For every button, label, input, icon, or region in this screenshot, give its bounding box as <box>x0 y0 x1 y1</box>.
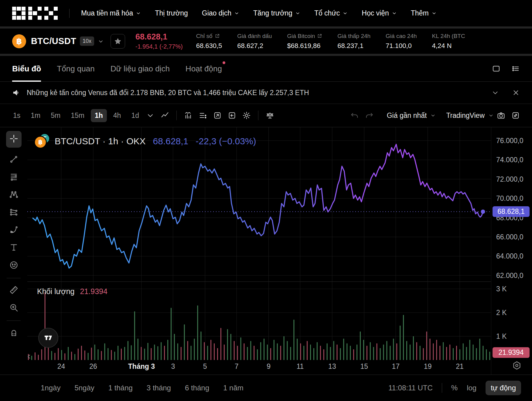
pair-name[interactable]: BTC/USDT <box>31 36 76 46</box>
external-link-icon[interactable] <box>215 33 220 39</box>
trend-line-tool[interactable] <box>9 155 19 165</box>
time-axis-label: 9 <box>267 362 271 371</box>
range-button-5ngày[interactable]: 5ngày <box>74 384 94 392</box>
timeframe-button-1m[interactable]: 1m <box>27 109 44 122</box>
brush-tool[interactable] <box>9 225 19 236</box>
ruler-tool[interactable] <box>9 285 19 296</box>
ticker-stat-value: 68.627,2 <box>237 42 272 50</box>
replay-icon[interactable] <box>225 111 239 120</box>
camera-icon[interactable] <box>494 111 508 120</box>
time-axis-label: 24 <box>57 362 65 371</box>
crosshair-icon <box>9 134 19 143</box>
crosshair-tool[interactable] <box>6 131 22 148</box>
nav-item-giao-dịch[interactable]: Giao dịch <box>202 9 239 17</box>
announcement-bar: Những kẻ tấn công Venus đã đổi 2.178 BNB… <box>0 82 532 104</box>
okx-logo[interactable] <box>12 7 58 20</box>
price-chart[interactable] <box>27 127 491 375</box>
chart-footer: 1ngày5ngày1 tháng3 tháng6 tháng1 năm 11:… <box>0 375 532 401</box>
templates-icon[interactable] <box>196 111 210 120</box>
chart-style-icon[interactable] <box>158 111 172 120</box>
timeframe-button-1s[interactable]: 1s <box>9 109 24 122</box>
log-scale-button[interactable]: log <box>467 384 476 392</box>
close-icon[interactable] <box>512 89 520 97</box>
ticker-stat-value: 68.237,1 <box>337 42 370 50</box>
fib-icon <box>9 172 19 182</box>
price-axis-label: 66.000,0 <box>496 233 523 241</box>
chart-scroll-left-icon[interactable]: ‹ <box>27 351 31 361</box>
auto-scale-button[interactable]: tự động <box>486 381 521 395</box>
ticker-stats: Chỉ số68.630,5Giá đánh dấu68.627,2Giá Bi… <box>196 33 532 50</box>
nav-item-label: Thêm <box>411 9 429 17</box>
timeframe-button-5m[interactable]: 5m <box>47 109 64 122</box>
settings-gear-icon[interactable] <box>239 111 254 120</box>
ticker-stat-label-text: Giá thấp 24h <box>337 33 370 39</box>
chevron-down-icon[interactable] <box>143 111 158 120</box>
text-tool[interactable] <box>9 243 19 253</box>
scales-icon[interactable] <box>263 111 277 120</box>
zoom-in-tool[interactable] <box>9 303 19 314</box>
tab-tổng-quan[interactable]: Tổng quan <box>57 56 94 81</box>
last-price: 68.628,1 <box>135 32 183 42</box>
time-axis-label: 21 <box>456 362 464 371</box>
forecast-tool[interactable] <box>9 207 19 218</box>
timeframe-button-1h[interactable]: 1h <box>91 109 107 122</box>
magnet-tool[interactable] <box>9 328 19 338</box>
ticker-stat-value: 4,24 N <box>432 42 465 50</box>
redo-icon[interactable] <box>362 111 377 120</box>
provider-dropdown[interactable]: TradingView <box>446 111 494 120</box>
time-axis-label: Tháng 3 <box>128 362 155 371</box>
fullscreen-icon[interactable] <box>508 111 523 120</box>
xabcd-pattern-tool[interactable] <box>9 190 19 200</box>
nav-item-mua-tiền-mã-hóa[interactable]: Mua tiền mã hóa <box>81 9 141 17</box>
axis-settings-icon[interactable] <box>512 361 522 370</box>
nav-menu: Mua tiền mã hóaThị trườngGiao dịchTăng t… <box>81 9 437 17</box>
undo-icon[interactable] <box>347 111 362 120</box>
favorite-button[interactable] <box>111 34 125 49</box>
alert-icon[interactable] <box>210 111 225 120</box>
ticker-stat-label-text: Giá cao 24h <box>386 33 417 39</box>
nav-item-tăng-trưởng[interactable]: Tăng trưởng <box>253 9 300 17</box>
ticker-stat-label: Chỉ số <box>196 33 222 39</box>
chevron-down-icon[interactable] <box>98 38 104 44</box>
tab-label: Biểu đồ <box>12 64 41 74</box>
volume-label[interactable]: Khối lượng <box>37 287 74 296</box>
fib-retracement-tool[interactable] <box>9 172 19 183</box>
nav-item-thị-trường[interactable]: Thị trường <box>155 9 188 17</box>
last-price-dropdown[interactable]: Giá gần nhất <box>387 111 436 120</box>
tradingview-watermark[interactable] <box>38 328 58 348</box>
price-axis-label: 62.000,0 <box>496 272 523 280</box>
timeframe-button-15m[interactable]: 15m <box>67 109 88 122</box>
nav-item-học-viện[interactable]: Học viện <box>362 9 397 17</box>
tab-dữ-liệu-giao-dịch[interactable]: Dữ liệu giao dịch <box>111 56 170 81</box>
clock[interactable]: 11:08:11 UTC <box>388 384 433 392</box>
panel-icon[interactable] <box>492 64 500 73</box>
range-button-6-tháng[interactable]: 6 tháng <box>185 384 209 392</box>
announcement-text[interactable]: Những kẻ tấn công Venus đã đổi 2.178 BNB… <box>27 89 479 97</box>
tab-biểu-đồ[interactable]: Biểu đồ <box>12 56 41 81</box>
external-link-icon[interactable] <box>317 33 322 39</box>
range-button-1-tháng[interactable]: 1 tháng <box>108 384 133 392</box>
range-button-1ngày[interactable]: 1ngày <box>41 384 60 392</box>
price-axis-label: 76.000,0 <box>496 137 523 145</box>
range-button-1-năm[interactable]: 1 năm <box>223 384 244 392</box>
nav-divider <box>69 9 70 18</box>
timeframe-button-1d[interactable]: 1d <box>127 109 143 122</box>
price-axis[interactable]: 68.628,1 21.9394 76.000,074.000,072.000,… <box>491 127 532 375</box>
chevron-down-icon <box>136 11 141 16</box>
okx-logo-o <box>12 7 26 20</box>
chevron-down-icon[interactable] <box>491 89 499 97</box>
chevron-down-icon <box>392 11 397 16</box>
list-settings-icon[interactable] <box>511 64 520 73</box>
emoji-tool[interactable] <box>9 260 19 271</box>
view-tabs: Biểu đồTổng quanDữ liệu giao dịchHoạt độ… <box>0 56 532 82</box>
nav-item-thêm[interactable]: Thêm <box>411 9 437 17</box>
timeframe-button-4h[interactable]: 4h <box>109 109 125 122</box>
chevron-down-icon <box>488 113 494 118</box>
nav-item-tổ-chức[interactable]: Tổ chức <box>314 9 348 17</box>
tab-hoạt-động[interactable]: Hoạt động <box>186 56 222 81</box>
legend-title[interactable]: BTC/USDT · 1h · OKX <box>55 136 146 146</box>
range-button-3-tháng[interactable]: 3 tháng <box>147 384 171 392</box>
last-price-dropdown-label: Giá gần nhất <box>387 111 427 120</box>
percent-scale-button[interactable]: % <box>451 384 458 392</box>
indicators-icon[interactable] <box>181 111 196 120</box>
